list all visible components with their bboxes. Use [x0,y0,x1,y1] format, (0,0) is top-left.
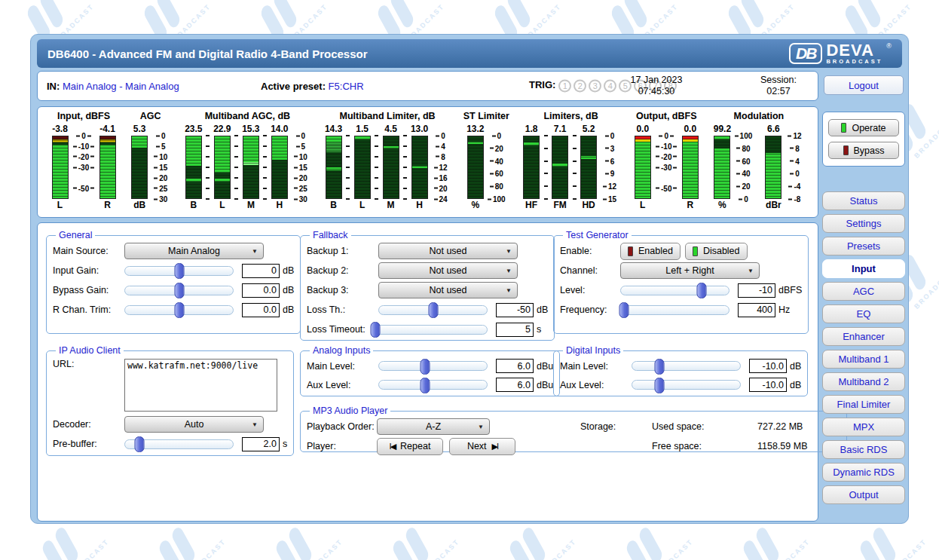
analog-aux-level-value[interactable] [496,378,534,392]
analog-main-level-slider[interactable] [378,361,488,371]
slider-thumb[interactable] [697,283,707,298]
active-preset-status: Active preset: F5:CHR [261,81,364,92]
sidebar-item-eq[interactable]: EQ [822,304,905,323]
sidebar-item-presets[interactable]: Presets [822,237,905,256]
playback-order-select[interactable]: A-Z ▼ [377,418,490,435]
bypass-gain-value[interactable] [242,283,280,298]
sidebar-item-enhancer[interactable]: Enhancer [822,327,905,346]
decoder-select[interactable]: Auto ▼ [124,416,264,433]
meter-group: Limiters, dB1.8HF7.1FM5.2HD03691215 [521,111,621,217]
session-display: Session: 02:57 [752,75,805,97]
sidebar-item-dynamic-rds[interactable]: Dynamic RDS [822,463,905,482]
loss-timeout-slider[interactable] [372,325,488,335]
meter-ticks: 12840-4-8 [784,136,806,199]
slider-thumb[interactable] [174,283,184,298]
slider-thumb[interactable] [421,359,430,375]
generator-frequency-value[interactable] [738,303,775,317]
logout-button[interactable]: Logout [824,75,904,95]
meter-bar-l [354,136,371,199]
slider-thumb[interactable] [619,302,629,318]
slider-thumb[interactable] [174,263,184,279]
storage-info: Storage: Used space: 727.22 MB Free spac… [580,417,840,456]
pre-buffer-value[interactable] [242,437,280,451]
meter-bar-m [383,136,399,199]
bypass-gain-slider[interactable] [124,286,234,295]
slider-thumb[interactable] [371,322,381,338]
backup2-select[interactable]: Not used ▼ [378,262,518,279]
url-input[interactable]: www.katrafm.net:9000/live [124,359,277,412]
meter-group: AGC5.3dB051015202530 [130,111,172,217]
generator-disabled-button[interactable]: Disabled [685,243,748,260]
sidebar-item-basic-rds[interactable]: Basic RDS [822,440,905,459]
slider-thumb[interactable] [428,302,438,318]
digital-main-level-slider[interactable] [632,361,741,371]
test-generator-group: Test Generator Enable: Enabled Disabled [553,230,809,334]
chevron-down-icon: ▼ [506,287,512,294]
meter-tick-dashes [570,136,579,199]
generator-enabled-button[interactable]: Enabled [620,243,681,260]
meter-value: 22.9 [213,124,231,136]
sidebar-item-output[interactable]: Output [822,485,905,504]
meters-panel: Input, dBFS-3.8L0-10-20-30-50-4.1RAGC5.3… [37,106,818,218]
input-gain-value[interactable] [242,264,280,278]
r-chan-trim-slider[interactable] [124,305,234,315]
repeat-button[interactable]: I◀ Repeat [377,438,443,455]
sidebar-item-multiband-1[interactable]: Multiband 1 [822,350,905,369]
input-gain-slider[interactable] [124,266,234,276]
sidebar-item-settings[interactable]: Settings [822,214,905,233]
loss-threshold-value[interactable] [496,303,534,317]
pre-buffer-slider[interactable] [124,439,234,449]
generator-frequency-slider[interactable] [620,305,729,315]
sidebar-item-input[interactable]: Input [822,259,905,278]
digital-aux-level-value[interactable] [749,378,787,392]
sidebar-item-agc[interactable]: AGC [822,282,905,301]
meter-group: ST Limiter13.2%020406080100 [463,111,509,217]
slider-thumb[interactable] [654,378,664,393]
trig-button-3[interactable]: 3 [589,80,601,93]
backup1-select[interactable]: Not used ▼ [378,243,518,259]
digital-aux-level-slider[interactable] [632,380,741,390]
loss-timeout-value[interactable] [496,323,534,337]
sidebar-item-multiband-2[interactable]: Multiband 2 [822,372,905,391]
ip-audio-client-group: IP Audio Client URL: www.katrafm.net:900… [46,345,294,456]
generator-level-value[interactable] [738,283,775,298]
meter-bar-b [185,136,202,199]
operate-button[interactable]: Operate [828,119,899,136]
main-source-select[interactable]: Main Analog ▼ [124,243,264,259]
meter-bar-dbr [765,136,781,199]
generator-level-slider[interactable] [620,286,729,295]
db-logo-icon: DB [789,43,822,64]
sidebar-item-mpx[interactable]: MPX [822,418,905,436]
r-chan-trim-value[interactable] [242,303,280,317]
backup3-select[interactable]: Not used ▼ [378,282,518,298]
slider-thumb[interactable] [421,378,430,393]
bypass-button[interactable]: Bypass [828,142,899,159]
slider-thumb[interactable] [174,302,184,318]
digital-main-level-value[interactable] [749,359,787,373]
meter-value: 0.0 [684,124,696,136]
meter-tick-dashes [232,136,240,199]
loss-threshold-slider[interactable] [378,305,488,315]
meter-tick-dashes [372,136,381,199]
meter-bar-l [52,136,69,199]
general-group: General Main Source: Main Analog ▼ Input… [46,230,301,334]
meter-bar-h [271,136,288,199]
sidebar-item-final-limiter[interactable]: Final Limiter [822,395,905,414]
sidebar-nav: StatusSettingsPresetsInputAGCEQEnhancerM… [822,191,905,504]
meter-tick-dashes [261,136,269,199]
trig-button-1[interactable]: 1 [558,80,571,93]
meter-value: 0.0 [636,124,649,136]
slider-thumb[interactable] [654,359,664,375]
meter-tick-dashes [344,136,352,199]
digital-inputs-group: Digital Inputs Main Level: dB Aux Level:… [553,345,808,396]
analog-main-level-value[interactable] [496,359,534,373]
next-button[interactable]: Next ▶I [449,438,515,455]
chevron-down-icon: ▼ [478,424,484,430]
app-window: DB6400 - Advanced FM and Digital Radio 4… [30,34,909,524]
channel-select[interactable]: Left + Right ▼ [620,262,760,279]
sidebar-item-status[interactable]: Status [822,191,905,210]
trig-button-2[interactable]: 2 [573,80,586,93]
slider-thumb[interactable] [134,436,144,452]
meter-ticks: 04812162024 [430,136,451,199]
analog-aux-level-slider[interactable] [378,380,488,390]
